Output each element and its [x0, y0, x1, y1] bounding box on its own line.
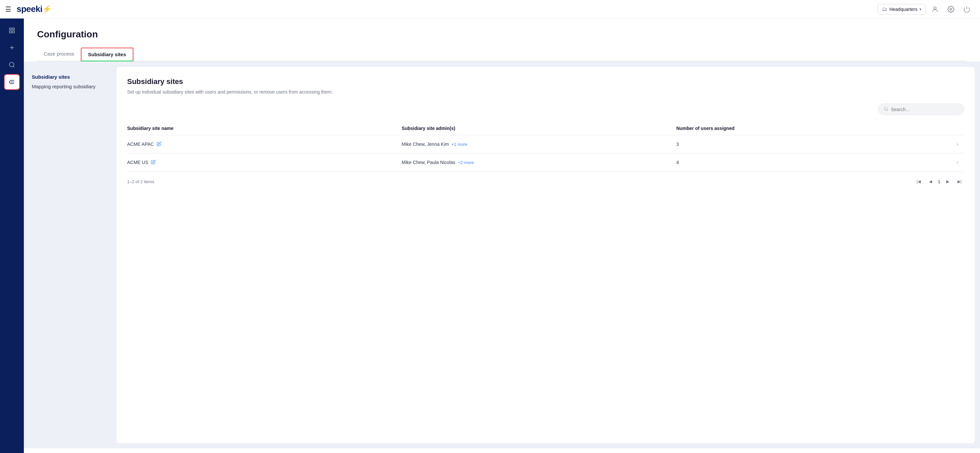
more-link-acme-apac[interactable]: +1 more	[452, 142, 468, 147]
search-bar	[878, 103, 964, 115]
main-layout: Configuration Case process Subsidiary si…	[0, 19, 980, 453]
header-left: ☰ speeki ⚡	[5, 4, 51, 14]
left-nav-subsidiary-sites[interactable]: Subsidiary sites	[32, 72, 108, 82]
user-icon-button[interactable]	[928, 3, 942, 16]
sidebar-item-configuration[interactable]	[4, 74, 20, 90]
logo-arrow-icon: ⚡	[42, 5, 51, 14]
settings-icon-button[interactable]	[944, 3, 958, 16]
tabs-container: Case process Subsidiary sites	[37, 48, 967, 62]
briefcase-icon: 🗂	[882, 6, 887, 12]
headquarters-button[interactable]: 🗂 Headquarters ▾	[878, 4, 926, 14]
row-chevron-acme-apac[interactable]: ›	[956, 141, 958, 147]
first-page-button[interactable]: |◀	[914, 177, 923, 186]
col-header-name: Subsidiary site name	[127, 126, 402, 131]
current-page: 1	[938, 179, 940, 184]
svg-rect-6	[13, 31, 14, 33]
left-nav-mapping-reporting[interactable]: Mapping reporting subsidiary	[32, 82, 108, 91]
pagination-summary: 1–2 of 2 items	[127, 179, 154, 184]
logo: speeki ⚡	[17, 4, 51, 14]
menu-icon[interactable]: ☰	[5, 5, 11, 13]
more-link-acme-us[interactable]: +2 more	[458, 160, 474, 165]
svg-rect-3	[10, 28, 11, 30]
content-area: Configuration Case process Subsidiary si…	[24, 19, 980, 453]
page-header: Configuration Case process Subsidiary si…	[24, 19, 980, 62]
page-title: Configuration	[37, 29, 967, 40]
hq-label: Headquarters	[889, 6, 918, 12]
table-row[interactable]: ACME US Mike Chew, Paula Nicolas +2 more…	[127, 154, 964, 172]
top-header: ☰ speeki ⚡ 🗂 Headquarters ▾	[0, 0, 980, 19]
edit-icon-acme-us[interactable]	[151, 160, 156, 165]
sidebar-item-search[interactable]	[4, 57, 20, 73]
search-icon	[884, 106, 888, 112]
section-title: Subsidiary sites	[127, 78, 964, 86]
svg-line-16	[887, 110, 888, 111]
cell-name-acme-us: ACME US	[127, 160, 402, 165]
pagination-controls: |◀ ◀ 1 ▶ ▶|	[914, 177, 964, 186]
svg-point-0	[934, 6, 936, 9]
svg-point-9	[10, 62, 14, 67]
svg-point-15	[884, 107, 887, 110]
edit-icon-acme-apac[interactable]	[157, 141, 161, 147]
logo-text: speeki	[17, 4, 42, 14]
left-nav: Subsidiary sites Mapping reporting subsi…	[24, 62, 116, 448]
svg-rect-4	[13, 28, 14, 30]
site-name-acme-us: ACME US	[127, 160, 148, 165]
col-header-action	[951, 126, 964, 131]
right-content: Subsidiary sites Set up individual subsi…	[116, 67, 975, 443]
svg-point-1	[950, 8, 952, 10]
row-chevron-acme-us[interactable]: ›	[956, 159, 958, 165]
sub-content: Subsidiary sites Mapping reporting subsi…	[24, 62, 980, 448]
sidebar-item-add[interactable]	[4, 40, 20, 55]
cell-users-acme-us: 4	[676, 160, 951, 165]
admins-text-acme-us: Mike Chew, Paula Nicolas	[402, 160, 455, 165]
chevron-down-icon: ▾	[920, 7, 921, 11]
pagination: 1–2 of 2 items |◀ ◀ 1 ▶ ▶|	[127, 172, 964, 186]
prev-page-button[interactable]: ◀	[926, 177, 935, 186]
cell-admins-acme-apac: Mike Chew, Jenna Kim +1 more	[402, 141, 676, 147]
power-icon-button[interactable]	[960, 3, 974, 16]
admins-text-acme-apac: Mike Chew, Jenna Kim	[402, 141, 449, 147]
search-bar-container	[127, 103, 964, 115]
svg-point-14	[9, 82, 10, 83]
svg-line-10	[13, 66, 14, 67]
last-page-button[interactable]: ▶|	[955, 177, 964, 186]
table-row[interactable]: ACME APAC Mike Chew, Jenna Kim +1 more 3…	[127, 135, 964, 154]
section-description: Set up individual subsidiary sites with …	[127, 89, 964, 95]
site-name-acme-apac: ACME APAC	[127, 141, 154, 147]
col-header-admins: Subsidiary site admin(s)	[402, 126, 676, 131]
tab-subsidiary-sites[interactable]: Subsidiary sites	[81, 48, 134, 62]
search-input[interactable]	[891, 107, 958, 112]
col-header-users: Number of users assigned	[676, 126, 951, 131]
cell-name-acme-apac: ACME APAC	[127, 141, 402, 147]
next-page-button[interactable]: ▶	[943, 177, 952, 186]
cell-admins-acme-us: Mike Chew, Paula Nicolas +2 more	[402, 160, 676, 165]
table-header: Subsidiary site name Subsidiary site adm…	[127, 122, 964, 135]
sidebar-item-grid[interactable]	[4, 22, 20, 38]
sidebar	[0, 19, 24, 453]
tab-case-process[interactable]: Case process	[37, 48, 81, 62]
cell-users-acme-apac: 3	[676, 141, 951, 147]
svg-rect-5	[10, 31, 11, 33]
header-right: 🗂 Headquarters ▾	[878, 3, 974, 16]
